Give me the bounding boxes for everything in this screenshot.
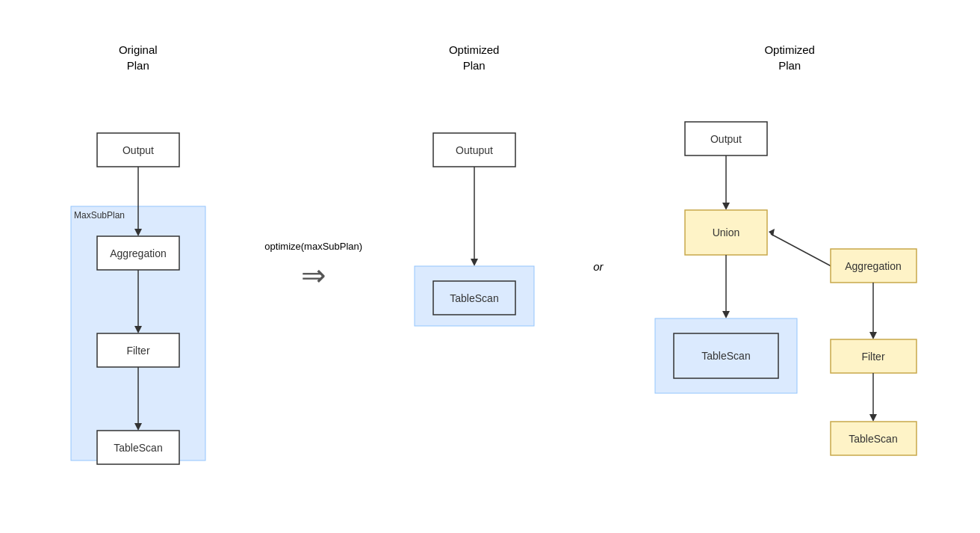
optimized-plan-1-diagram: Outuput TableScan xyxy=(392,96,556,492)
subplan-label: MaxSubPlan xyxy=(74,210,125,221)
svg-marker-31 xyxy=(869,414,877,422)
original-plan-section: Original Plan MaxSubPlan Output Aggregat xyxy=(41,42,235,492)
optimized-plan-2-section: Optimized Plan Output Union xyxy=(640,42,939,492)
outuput-label: Outuput xyxy=(456,144,493,156)
optimized-plan-1-title: Optimized Plan xyxy=(449,42,500,73)
aggregation-opt2-label: Aggregation xyxy=(845,260,902,272)
optimized-plan-2-svg: Output Union xyxy=(640,96,939,492)
output-label: Output xyxy=(122,144,154,156)
filter-opt2-label: Filter xyxy=(862,351,885,363)
tablescan-opt1-label: TableScan xyxy=(450,292,498,304)
tablescan-label: TableScan xyxy=(114,442,162,454)
optimized-plan-1-svg: Outuput TableScan xyxy=(392,96,556,492)
hollow-arrow-icon: ⇒ xyxy=(301,258,326,292)
union-label: Union xyxy=(713,227,740,238)
original-plan-title: Original Plan xyxy=(119,42,158,73)
or-label: or xyxy=(578,260,618,273)
diagram-container: Original Plan MaxSubPlan Output Aggregat xyxy=(0,0,980,533)
aggregation-label: Aggregation xyxy=(110,247,167,259)
svg-marker-13 xyxy=(471,259,478,266)
tablescan-opt2-left-label: TableScan xyxy=(701,350,750,362)
output-opt2-label: Output xyxy=(710,133,742,145)
original-plan-diagram: MaxSubPlan Output Aggregation xyxy=(41,96,235,492)
optimized-plan-1-section: Optimized Plan Outuput TableScan xyxy=(392,42,556,492)
optimized-plan-2-title: Optimized Plan xyxy=(764,42,815,73)
svg-marker-18 xyxy=(722,203,730,210)
transform-label: optimize(maxSubPlan) xyxy=(264,241,362,252)
original-plan-svg: MaxSubPlan Output Aggregation xyxy=(41,96,235,492)
optimized-plan-2-diagram: Output Union xyxy=(640,96,939,492)
filter-label: Filter xyxy=(126,345,149,357)
svg-line-20 xyxy=(771,234,838,270)
tablescan-opt2-right-label: TableScan xyxy=(849,433,897,445)
transform-arrow: optimize(maxSubPlan) ⇒ xyxy=(257,241,370,292)
svg-marker-23 xyxy=(722,311,730,318)
svg-marker-28 xyxy=(869,332,877,339)
